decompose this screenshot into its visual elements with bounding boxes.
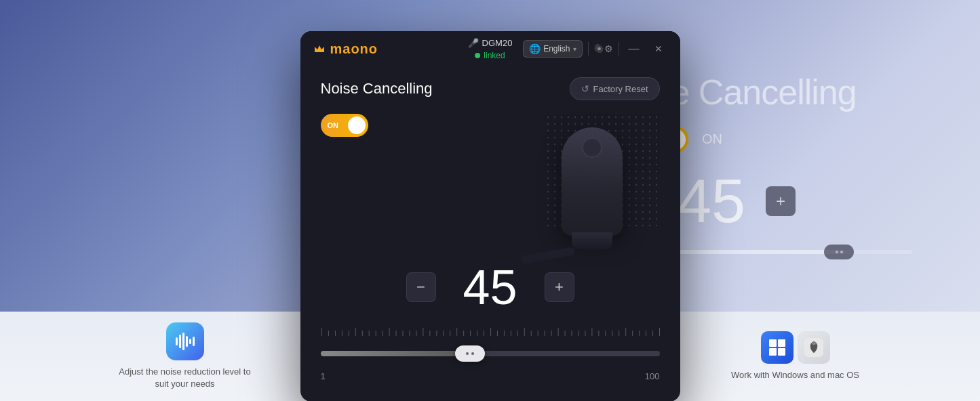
svg-rect-63 (778, 339, 785, 347)
svg-rect-15 (402, 331, 403, 336)
feature-icon-audio (166, 322, 204, 360)
svg-rect-31 (510, 331, 511, 336)
svg-rect-35 (537, 331, 538, 336)
svg-rect-37 (551, 331, 551, 336)
svg-rect-50 (639, 331, 640, 336)
mic-silhouette (562, 127, 623, 236)
svg-rect-55 (179, 335, 181, 348)
windows-icon (761, 331, 793, 364)
settings-button[interactable]: ⚙ (594, 39, 613, 58)
app-window: maono 🎤 DGM20 linked 🌐 English ▾ (300, 31, 680, 401)
svg-rect-62 (769, 339, 777, 347)
svg-rect-4 (328, 331, 328, 336)
svg-rect-18 (423, 328, 423, 336)
feature-item-0: Adjust the noise reduction level to suit… (83, 322, 287, 390)
svg-rect-48 (625, 328, 626, 336)
svg-rect-8 (355, 328, 355, 336)
top-row: Noise Cancelling ↺ Factory Reset (321, 77, 660, 100)
slider-track[interactable] (321, 351, 660, 356)
thumb-dot-2 (471, 352, 474, 355)
volume-increase-button[interactable]: + (545, 272, 574, 302)
svg-rect-49 (632, 331, 633, 336)
factory-reset-label: Factory Reset (593, 84, 648, 94)
svg-rect-13 (389, 328, 389, 336)
svg-rect-9 (361, 331, 362, 336)
status-text: linked (484, 51, 505, 60)
close-icon: ✕ (654, 43, 663, 54)
svg-rect-20 (436, 331, 437, 336)
bg-number: 45 (678, 167, 745, 236)
feature-item-3: Work with Windows and mac OS (694, 331, 897, 381)
slider-max-label: 100 (645, 371, 660, 381)
feature-icon-os (761, 331, 830, 364)
svg-rect-12 (382, 331, 383, 336)
svg-rect-41 (578, 331, 579, 336)
svg-rect-11 (375, 331, 376, 336)
mic-arm (520, 247, 575, 264)
language-button[interactable]: 🌐 English ▾ (523, 40, 582, 58)
svg-rect-32 (517, 331, 517, 336)
svg-rect-29 (496, 331, 497, 336)
svg-rect-27 (484, 331, 484, 336)
toggle-section: ON (321, 114, 368, 137)
svg-rect-5 (334, 331, 335, 336)
svg-rect-40 (571, 331, 572, 336)
svg-rect-7 (348, 331, 349, 336)
svg-rect-23 (456, 328, 457, 336)
chevron-down-icon: ▾ (573, 45, 576, 53)
title-bar-right: 🌐 English ▾ ⚙ — ✕ (523, 39, 667, 58)
toggle-knob (348, 117, 366, 134)
reset-icon: ↺ (581, 83, 589, 94)
svg-rect-43 (591, 328, 592, 336)
factory-reset-button[interactable]: ↺ Factory Reset (570, 77, 660, 100)
slider-thumb[interactable] (455, 345, 485, 362)
svg-rect-3 (321, 328, 322, 336)
bg-slider-thumb (824, 245, 854, 259)
maono-logo-icon (313, 42, 326, 56)
slider-labels: 1 100 (321, 371, 660, 381)
minimize-button[interactable]: — (625, 39, 644, 58)
slider-min-label: 1 (321, 371, 326, 381)
slider-area: // inline ticks via JS below 1 100 (321, 325, 660, 381)
svg-rect-44 (598, 331, 599, 336)
svg-rect-64 (769, 348, 777, 356)
svg-rect-36 (544, 331, 545, 336)
mac-icon (798, 331, 830, 364)
minimize-icon: — (629, 43, 640, 54)
svg-rect-30 (503, 331, 504, 336)
mic-icon: 🎤 (468, 38, 479, 48)
logo: maono (313, 41, 378, 57)
svg-rect-28 (490, 328, 491, 336)
svg-rect-56 (182, 333, 184, 350)
svg-rect-38 (557, 328, 558, 336)
svg-rect-22 (450, 331, 450, 336)
mic-head (582, 138, 602, 158)
thumb-dot-1 (466, 352, 469, 355)
tick-marks: // inline ticks via JS below (321, 325, 660, 336)
svg-rect-39 (564, 331, 565, 336)
svg-rect-57 (186, 336, 188, 347)
title-bar-center: 🎤 DGM20 linked (468, 38, 513, 60)
svg-rect-42 (585, 331, 585, 336)
device-status: linked (475, 51, 505, 60)
noise-cancelling-toggle[interactable]: ON (321, 114, 368, 137)
language-label: English (543, 44, 570, 54)
svg-rect-17 (416, 331, 416, 336)
svg-rect-16 (409, 331, 410, 336)
status-dot (475, 53, 480, 58)
svg-rect-21 (443, 331, 444, 336)
settings-icon (594, 43, 604, 54)
bg-on-text: ON (702, 131, 722, 147)
svg-rect-46 (612, 331, 612, 336)
close-button[interactable]: ✕ (649, 39, 668, 58)
svg-rect-14 (395, 331, 396, 336)
volume-decrease-button[interactable]: − (406, 272, 436, 302)
divider (588, 42, 589, 56)
svg-rect-54 (176, 337, 178, 345)
svg-point-67 (812, 342, 816, 345)
noise-cancelling-label: Noise Cancelling (321, 80, 433, 98)
svg-rect-45 (605, 331, 606, 336)
svg-rect-51 (646, 331, 646, 336)
svg-rect-33 (524, 328, 524, 336)
middle-row: ON (321, 114, 660, 249)
